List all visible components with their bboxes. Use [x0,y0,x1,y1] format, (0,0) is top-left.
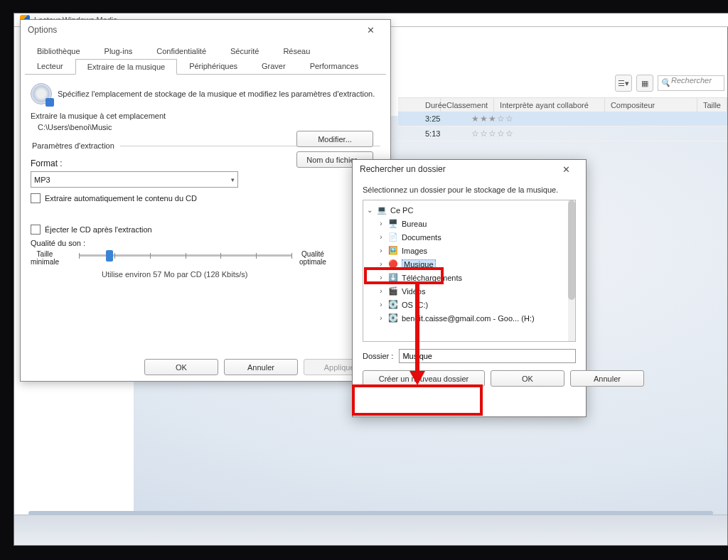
ok-button[interactable]: OK [144,359,218,375]
folder-icon: 💽 [387,313,399,323]
view-options-icon[interactable]: ▦ [636,75,653,92]
col-classement[interactable]: Classement [441,98,494,112]
browse-title: Rechercher un dossier [360,164,446,174]
close-icon[interactable]: ✕ [358,23,383,37]
folder-icon: 💽 [387,300,399,310]
scrollbar[interactable] [568,200,575,341]
tab-performances[interactable]: Performances [298,58,370,74]
col-taille[interactable]: Taille [697,98,727,112]
expand-icon[interactable]: › [378,247,385,254]
folder-tree[interactable]: ⌄ 💻 Ce PC ›🖥️Bureau›📄Documents›🖼️Images›… [363,200,576,342]
tree-item[interactable]: ›🖼️Images [366,244,572,257]
section-params: Paramètres d'extraction [31,141,120,150]
tree-root[interactable]: Ce PC [390,206,413,215]
close-icon[interactable]: ✕ [553,162,579,176]
new-folder-button[interactable]: Créer un nouveau dossier [363,370,485,387]
tree-item[interactable]: ›💽benoit.caisse@gmail.com - Goo... (H:) [366,311,572,325]
col-duree[interactable]: Durée [398,98,441,112]
pc-icon: 💻 [376,205,387,215]
tab-securite[interactable]: Sécurité [218,43,271,58]
quality-max: Qualité optimale [299,250,326,266]
options-dialog: Options ✕ Bibliothèque Plug-ins Confiden… [20,19,391,382]
tab-peripheriques[interactable]: Périphériques [177,58,250,74]
expand-icon[interactable]: › [378,260,385,268]
tab-plugins[interactable]: Plug-ins [92,43,145,58]
folder-icon: 🖥️ [387,219,399,229]
quality-label: Qualité du son : [31,239,85,247]
tree-item[interactable]: ›⬇️Téléchargements [366,271,572,284]
tab-reseau[interactable]: Réseau [271,43,322,58]
folder-icon: 🔴 [387,259,399,269]
checkbox-auto-rip[interactable]: Extraire automatiquement le contenu du C… [31,193,380,203]
tab-confidentialite[interactable]: Confidentialité [144,43,218,58]
folder-icon: ⬇️ [387,273,399,283]
expand-icon[interactable]: › [378,287,385,295]
options-info: Spécifiez l'emplacement de stockage de l… [58,90,375,98]
seek-track[interactable] [28,511,713,515]
format-select[interactable]: MP3 ▾ [31,171,238,188]
tree-item[interactable]: ›💽OS (C:) [366,298,572,311]
col-interprete[interactable]: Interprète ayant collaboré [494,98,605,112]
expand-icon[interactable]: › [378,274,385,281]
disc-icon [31,83,52,104]
view-list-icon[interactable]: ☰▾ [615,75,632,92]
table-row[interactable]: 3:25 ★★★☆☆ [398,112,727,126]
tree-item[interactable]: ›🔴Musique [366,257,572,271]
checkbox-eject[interactable]: Éjecter le CD après l'extraction [31,225,380,235]
expand-icon[interactable]: › [378,301,385,308]
tab-bibliotheque[interactable]: Bibliothèque [25,43,92,58]
cancel-button[interactable]: Annuler [224,359,298,375]
change-button[interactable]: Modifier... [296,131,373,147]
tab-extraire[interactable]: Extraire de la musique [75,59,177,75]
column-headers: Durée Classement Interprète ayant collab… [398,97,727,113]
table-row[interactable]: 5:13 ☆☆☆☆☆ [398,126,727,141]
tab-lecteur[interactable]: Lecteur [25,58,75,74]
section-location: Extraire la musique à cet emplacement [31,112,380,120]
search-input[interactable]: 🔍 Rechercher [658,75,724,91]
tab-graver[interactable]: Graver [250,58,298,74]
folder-input[interactable] [399,349,576,363]
tree-item[interactable]: ›🎬Vidéos [366,284,572,298]
browse-folder-dialog: Rechercher un dossier ✕ Sélectionnez un … [352,159,587,417]
folder-icon: 🎬 [387,286,399,296]
cancel-button[interactable]: Annuler [570,370,644,387]
folder-icon: 🖼️ [387,246,399,256]
size-estimate: Utilise environ 57 Mo par CD (128 Kbits/… [102,270,380,279]
quality-min: Taille minimale [31,250,59,266]
chevron-down-icon: ▾ [231,176,235,183]
browse-desc: Sélectionnez un dossier pour le stockage… [363,185,576,194]
track-rows: 3:25 ★★★☆☆ 5:13 ☆☆☆☆☆ [398,112,727,141]
folder-icon: 📄 [387,232,399,242]
player-bar [14,515,727,545]
expand-icon[interactable]: › [378,314,385,322]
ok-button[interactable]: OK [491,370,564,387]
tree-item[interactable]: ›🖥️Bureau [366,217,572,230]
col-compositeur[interactable]: Compositeur [605,98,697,112]
rating-stars[interactable]: ☆☆☆☆☆ [464,129,514,139]
expand-icon[interactable]: › [378,233,385,241]
folder-label: Dossier : [363,352,393,360]
expand-icon[interactable]: › [378,220,385,227]
options-title: Options [28,25,57,35]
collapse-icon[interactable]: ⌄ [366,206,373,214]
rating-stars[interactable]: ★★★☆☆ [464,114,514,124]
search-placeholder: Rechercher [671,76,712,85]
quality-slider[interactable] [79,254,292,257]
tree-item[interactable]: ›📄Documents [366,230,572,244]
